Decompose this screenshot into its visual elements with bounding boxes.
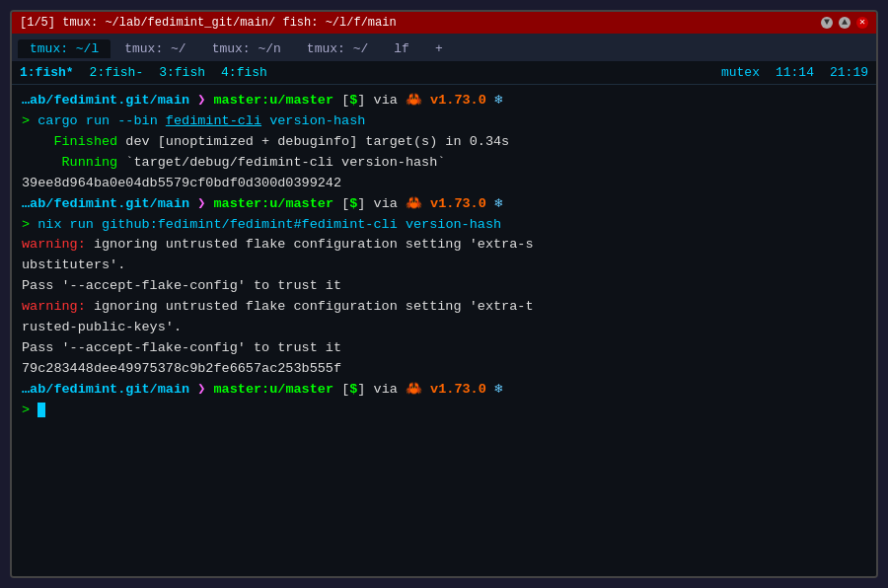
maximize-button[interactable]: ▲ xyxy=(839,17,851,29)
terminal-window: [1/5] tmux: ~/lab/fedimint_git/main/ fis… xyxy=(10,10,878,578)
terminal-line-13: Pass '--accept-flake-config' to trust it xyxy=(22,338,866,359)
minimize-button[interactable]: ▼ xyxy=(821,17,833,29)
close-button[interactable]: ✕ xyxy=(856,17,868,29)
date-display: 21:19 xyxy=(830,65,868,80)
terminal-line-6: …ab/fedimint.git/main ❯ master:u/master … xyxy=(22,194,866,215)
terminal-line-9: ubstituters'. xyxy=(22,256,866,276)
terminal-line-4: Running `target/debug/fedimint-cli versi… xyxy=(22,153,866,174)
tab-tmux-3[interactable]: tmux: ~/n xyxy=(200,39,293,58)
terminal-line-10: Pass '--accept-flake-config' to trust it xyxy=(22,276,866,297)
terminal-line-2: > cargo run --bin fedimint-cli version-h… xyxy=(22,111,866,132)
session-4[interactable]: 4:fish xyxy=(221,65,267,80)
session-list: 1:fish* 2:fish- 3:fish 4:fish xyxy=(20,65,267,80)
terminal-line-7: > nix run github:fedimint/fedimint#fedim… xyxy=(22,215,866,236)
terminal-line-11: warning: ignoring untrusted flake config… xyxy=(22,297,866,318)
terminal-line-3: Finished dev [unoptimized + debuginfo] t… xyxy=(22,132,866,153)
tab-tmux-4[interactable]: tmux: ~/ xyxy=(295,39,380,58)
tab-tmux-2[interactable]: tmux: ~/ xyxy=(112,39,197,58)
tabs-bar: tmux: ~/l tmux: ~/ tmux: ~/n tmux: ~/ lf… xyxy=(12,34,876,61)
terminal-line-5: 39ee8d964ba0e04db5579cf0bdf0d300d0399242 xyxy=(22,174,866,194)
tab-new[interactable]: + xyxy=(423,39,455,58)
window-controls: ▼ ▲ ✕ xyxy=(821,17,868,29)
terminal-line-8: warning: ignoring untrusted flake config… xyxy=(22,235,866,256)
status-right: mutex 11:14 21:19 xyxy=(721,65,868,80)
terminal-body[interactable]: …ab/fedimint.git/main ❯ master:u/master … xyxy=(12,85,876,576)
terminal-line-1: …ab/fedimint.git/main ❯ master:u/master … xyxy=(22,91,866,111)
tab-tmux-1[interactable]: tmux: ~/l xyxy=(18,39,111,58)
session-1[interactable]: 1:fish* xyxy=(20,65,74,80)
mutex-label: mutex xyxy=(721,65,760,80)
tab-lf[interactable]: lf xyxy=(382,39,421,58)
time-display: 11:14 xyxy=(776,65,814,80)
status-bar: 1:fish* 2:fish- 3:fish 4:fish mutex 11:1… xyxy=(12,61,876,85)
title-bar: [1/5] tmux: ~/lab/fedimint_git/main/ fis… xyxy=(12,12,876,34)
session-3[interactable]: 3:fish xyxy=(159,65,205,80)
terminal-line-14: 79c283448dee49975378c9b2fe6657ac253b555f xyxy=(22,359,866,380)
terminal-line-15: …ab/fedimint.git/main ❯ master:u/master … xyxy=(22,380,866,401)
terminal-line-12: rusted-public-keys'. xyxy=(22,318,866,338)
session-2[interactable]: 2:fish- xyxy=(90,65,144,80)
terminal-line-16[interactable]: > xyxy=(22,401,866,421)
window-title: [1/5] tmux: ~/lab/fedimint_git/main/ fis… xyxy=(20,16,397,30)
